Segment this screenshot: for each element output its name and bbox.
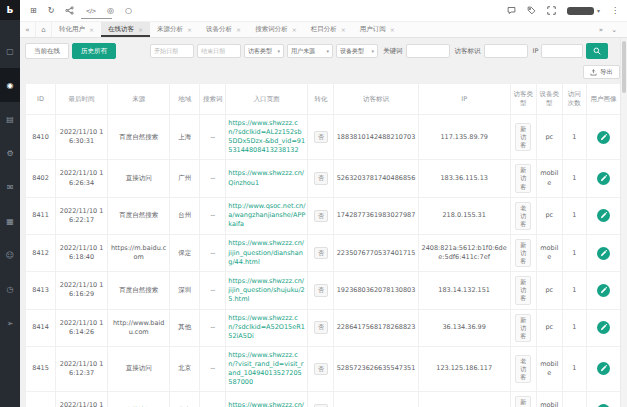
edit-user-profile-button[interactable] bbox=[597, 172, 610, 185]
sidebar-item-message-icon[interactable]: ✉ bbox=[0, 170, 20, 204]
tabs-overflow-down-button[interactable]: ⌄ bbox=[611, 26, 617, 34]
close-icon[interactable]: × bbox=[138, 26, 143, 33]
cell-visitor_type: 新访客 bbox=[510, 234, 536, 271]
cell-visitor_id: 5285723626635547351 bbox=[334, 346, 418, 391]
tab-栏目分析[interactable]: 栏目分析× bbox=[304, 22, 353, 37]
cell-ip: 123.125.186.117 bbox=[418, 346, 510, 391]
entry-page-link[interactable]: https://www.shwzzz.cn/?visit_rand_id=vis… bbox=[228, 351, 303, 386]
cell-visits: 1 bbox=[562, 309, 586, 346]
search-button[interactable] bbox=[586, 43, 608, 59]
sidebar-item-clock-icon[interactable]: ◷ bbox=[0, 272, 20, 306]
cell-ip: 183.36.115.13 bbox=[418, 160, 510, 197]
edit-user-profile-button[interactable] bbox=[597, 284, 610, 297]
close-icon[interactable]: × bbox=[187, 26, 192, 33]
ip-input[interactable] bbox=[541, 44, 583, 58]
scrollbar-thumb[interactable] bbox=[622, 41, 626, 93]
entry-page-link[interactable]: http://www.qsoc.net.cn/a/wangzhanjianshe… bbox=[228, 202, 305, 228]
topbar-left-icons: ⊞↻</>◎○ bbox=[30, 6, 132, 15]
location-pin-icon: ◉ bbox=[7, 81, 14, 90]
cell-visits: 1 bbox=[562, 234, 586, 271]
filter-bar: 当前在线 历史所有 开始日期 结束日期 访客类型▾ 用户来源▾ 设备类型▾ 关键… bbox=[25, 43, 621, 59]
target-icon[interactable]: ◎ bbox=[107, 7, 114, 15]
entry-page-link[interactable]: https://www.shwzzz.cn/jijin_question/shu… bbox=[228, 277, 304, 303]
cell-keyword: -- bbox=[200, 392, 226, 407]
sidebar-item-location-pin-icon[interactable]: ◉ bbox=[0, 68, 20, 102]
visitor-type-select[interactable]: 访客类型▾ bbox=[244, 44, 284, 58]
home-icon[interactable]: ⌂ bbox=[36, 22, 52, 37]
user-source-select[interactable]: 用户来源▾ bbox=[287, 44, 333, 58]
user-menu[interactable]: ▾ bbox=[567, 7, 600, 15]
cell-converted: 否 bbox=[308, 346, 334, 391]
collapse-sidebar-button[interactable]: « bbox=[20, 22, 36, 37]
cell-id: 8347 bbox=[26, 392, 56, 407]
sidebar-item-grid-icon[interactable]: ▦ bbox=[0, 204, 20, 238]
cell-visitor_type: 老访客 bbox=[510, 197, 536, 234]
tabs-overflow-right-button[interactable]: » bbox=[599, 26, 603, 34]
close-icon[interactable]: × bbox=[390, 26, 395, 33]
visitor-type-tag: 新访客 bbox=[515, 314, 531, 342]
cell-device: mobile bbox=[536, 234, 562, 271]
circle-icon[interactable]: ○ bbox=[125, 7, 132, 15]
entry-page-link[interactable]: https://www.shwzzz.cn/news/hyxw/1114.htm… bbox=[228, 401, 304, 407]
edit-user-profile-button[interactable] bbox=[597, 209, 610, 222]
close-icon[interactable]: × bbox=[292, 26, 297, 33]
cell-device: mobile bbox=[536, 392, 562, 407]
export-icon bbox=[590, 69, 597, 76]
edit-user-profile-button[interactable] bbox=[597, 321, 610, 334]
tag-icon[interactable] bbox=[527, 6, 536, 15]
edit-user-profile-button[interactable] bbox=[597, 131, 610, 144]
tab-转化用户[interactable]: 转化用户× bbox=[52, 22, 101, 37]
device-type-select[interactable]: 设备类型▾ bbox=[336, 44, 378, 58]
pencil-icon bbox=[600, 212, 607, 219]
cell-visitor_id: 1742877361983027987 bbox=[334, 197, 418, 234]
end-date-input[interactable]: 结束日期 bbox=[197, 44, 241, 58]
more-vertical-icon[interactable]: ⋮ bbox=[611, 7, 619, 15]
chevron-down-icon: ▾ bbox=[277, 48, 280, 54]
keyword-input[interactable] bbox=[406, 44, 450, 58]
export-button[interactable]: 导出 bbox=[583, 65, 620, 79]
cell-device: pc bbox=[536, 309, 562, 346]
sidebar-item-gear-icon[interactable]: ⚙ bbox=[0, 136, 20, 170]
entry-page-link[interactable]: https://www.shwzzz.cn/Qinzhou1 bbox=[228, 169, 304, 186]
code-icon[interactable]: </> bbox=[85, 8, 96, 14]
close-icon[interactable]: × bbox=[89, 26, 94, 33]
cell-converted: 否 bbox=[308, 197, 334, 234]
cell-entry: http://www.qsoc.net.cn/a/wangzhanjianshe… bbox=[226, 197, 308, 234]
comment-icon[interactable] bbox=[507, 6, 516, 15]
visitor-id-input[interactable] bbox=[484, 44, 528, 58]
cell-visitor_id: 2235076770537401715 bbox=[334, 234, 418, 271]
vertical-scrollbar[interactable] bbox=[620, 39, 627, 407]
cell-time: 2022/11/10 16:14:26 bbox=[56, 309, 108, 346]
tab-设备分析[interactable]: 设备分析× bbox=[199, 22, 248, 37]
refresh-icon[interactable]: ↻ bbox=[48, 7, 55, 15]
edit-user-profile-button[interactable] bbox=[597, 247, 610, 260]
entry-page-link[interactable]: https://www.shwzzz.cn/jijin_question/dia… bbox=[228, 239, 304, 265]
entry-page-link[interactable]: https://www.shwzzz.cn/?sdclkid=AL2z152sb… bbox=[228, 119, 305, 154]
edit-user-profile-button[interactable] bbox=[597, 362, 610, 375]
history-all-button[interactable]: 历史所有 bbox=[72, 43, 116, 59]
cell-visits: 1 bbox=[562, 392, 586, 407]
table-row: 84132022/11/10 16:16:29百度自然搜索深圳--https:/… bbox=[26, 272, 621, 309]
pencil-icon bbox=[600, 134, 607, 141]
tab-在线访客[interactable]: 在线访客× bbox=[101, 22, 150, 37]
sidebar-item-document-icon[interactable]: ▤ bbox=[0, 102, 20, 136]
start-date-input[interactable]: 开始日期 bbox=[150, 44, 194, 58]
cell-entry: https://www.shwzzz.cn/?sdclkid=AL2z152sb… bbox=[226, 115, 308, 160]
chevron-down-icon: ▾ bbox=[326, 48, 329, 54]
close-icon[interactable]: × bbox=[341, 26, 346, 33]
tab-搜索词分析[interactable]: 搜索词分析× bbox=[248, 22, 304, 37]
app-logo[interactable]: Ь bbox=[0, 0, 20, 20]
tab-来源分析[interactable]: 来源分析× bbox=[150, 22, 199, 37]
entry-page-link[interactable]: https://www.shwzzz.cn/?sdclkid=A52O15eR1… bbox=[228, 314, 305, 340]
tab-用户订阅[interactable]: 用户订阅× bbox=[353, 22, 402, 37]
apps-grid-icon[interactable]: ⊞ bbox=[30, 7, 37, 15]
share-icon[interactable] bbox=[65, 6, 74, 15]
close-icon[interactable]: × bbox=[236, 26, 241, 33]
sidebar-item-send-icon[interactable]: ➢ bbox=[0, 306, 20, 340]
sidebar-item-user-icon[interactable]: ☺ bbox=[0, 238, 20, 272]
visitor-type-tag: 老访客 bbox=[515, 355, 531, 383]
fullscreen-icon[interactable] bbox=[547, 6, 556, 15]
sidebar-item-monitor-icon[interactable]: ▢ bbox=[0, 34, 20, 68]
converted-badge: 否 bbox=[314, 247, 328, 259]
current-online-button[interactable]: 当前在线 bbox=[25, 43, 69, 59]
